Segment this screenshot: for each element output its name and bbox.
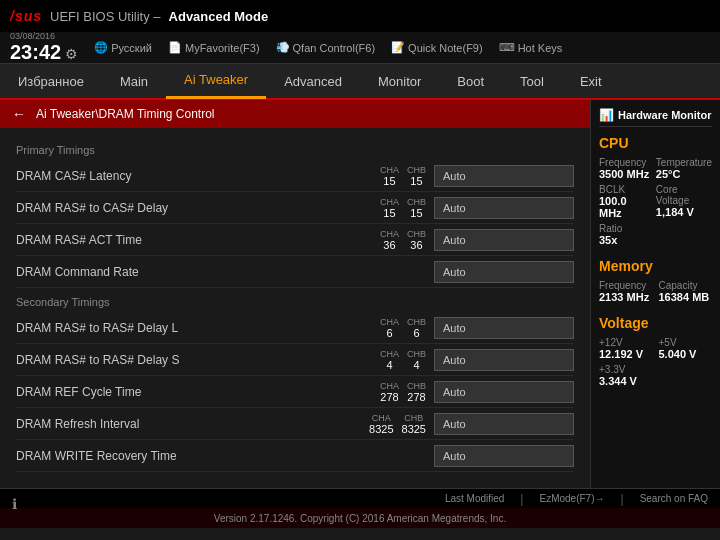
cpu-bclk-value: 100.0 MHz: [599, 195, 650, 219]
table-row: DRAM RAS# to RAS# Delay L CHA 6 CHB 6 Au…: [16, 312, 574, 344]
v5-label: +5V: [659, 337, 713, 348]
content-area: Primary Timings DRAM CAS# Latency CHA 15…: [0, 128, 590, 488]
hardware-monitor-panel: 📊 Hardware Monitor CPU Frequency 3500 MH…: [590, 100, 720, 488]
table-row: DRAM REF Cycle Time CHA 278 CHB 278 Auto: [16, 376, 574, 408]
channels-cas: CHA 15 CHB 15: [380, 165, 426, 187]
nav-boot[interactable]: Boot: [439, 63, 502, 99]
asus-logo: /sus: [10, 8, 42, 24]
monitor-icon: 📊: [599, 108, 614, 122]
table-row: DRAM RAS# to CAS# Delay CHA 15 CHB 15 Au…: [16, 192, 574, 224]
ras-ras-s-select[interactable]: Auto: [434, 349, 574, 371]
cpu-bclk-label: BCLK: [599, 184, 650, 195]
ras-act-select[interactable]: Auto: [434, 229, 574, 251]
title-mode: Advanced Mode: [169, 9, 269, 24]
settings-icon[interactable]: ⚙: [65, 47, 78, 62]
nav-monitor[interactable]: Monitor: [360, 63, 439, 99]
hotkeys-button[interactable]: ⌨ Hot Keys: [499, 41, 563, 54]
command-rate-select[interactable]: Auto: [434, 261, 574, 283]
refresh-interval-label: DRAM Refresh Interval: [16, 417, 369, 431]
ras-cas-select[interactable]: Auto: [434, 197, 574, 219]
command-rate-label: DRAM Command Rate: [16, 265, 225, 279]
cpu-section-title: CPU: [599, 135, 712, 151]
ras-ras-s-label: DRAM RAS# to RAS# Delay S: [16, 353, 380, 367]
table-row: DRAM Command Rate Auto: [16, 256, 574, 288]
mem-frequency-value: 2133 MHz: [599, 291, 653, 303]
ras-cas-label: DRAM RAS# to CAS# Delay: [16, 201, 380, 215]
main-area: ← Ai Tweaker\DRAM Timing Control Primary…: [0, 100, 720, 488]
last-modified-label: Last Modified: [445, 493, 504, 504]
breadcrumb: Ai Tweaker\DRAM Timing Control: [36, 107, 215, 121]
version-text: Version 2.17.1246. Copyright (C) 2016 Am…: [214, 513, 506, 524]
channels-ras-act: CHA 36 CHB 36: [380, 229, 426, 251]
cpu-core-voltage-value: 1,184 V: [656, 206, 712, 218]
cas-latency-select[interactable]: Auto: [434, 165, 574, 187]
fan-icon: 💨: [276, 41, 290, 54]
footer-bar: Last Modified | EzMode(F7)→ | Search on …: [0, 488, 720, 508]
nav-bar: Избранное Main Ai Tweaker Advanced Monit…: [0, 64, 720, 100]
keyboard-icon: ⌨: [499, 41, 515, 54]
header: /sus UEFI BIOS Utility – Advanced Mode: [0, 0, 720, 32]
cas-latency-label: DRAM CAS# Latency: [16, 169, 380, 183]
date-display: 03/08/2016: [10, 32, 78, 42]
cpu-stats: Frequency 3500 MHz Temperature 25°C BCLK…: [599, 157, 712, 246]
v12-label: +12V: [599, 337, 653, 348]
table-row: DRAM RAS# to RAS# Delay S CHA 4 CHB 4 Au…: [16, 344, 574, 376]
nav-tool[interactable]: Tool: [502, 63, 562, 99]
search-faq-button[interactable]: Search on FAQ: [640, 493, 708, 504]
mem-capacity-value: 16384 MB: [659, 291, 713, 303]
table-row: DRAM WRITE Recovery Time Auto: [16, 440, 574, 472]
datetime: 03/08/2016 23:42 ⚙: [10, 32, 78, 64]
nav-favorites[interactable]: Избранное: [0, 63, 102, 99]
hardware-monitor-title: Hardware Monitor: [618, 109, 712, 121]
time-display: 23:42: [10, 41, 61, 63]
cpu-core-voltage-label: Core Voltage: [656, 184, 712, 206]
v12-value: 12.192 V: [599, 348, 653, 360]
mem-frequency-label: Frequency: [599, 280, 653, 291]
ez-mode-button[interactable]: EzMode(F7)→: [539, 493, 604, 504]
nav-main[interactable]: Main: [102, 63, 166, 99]
myfavorite-button[interactable]: 📄 MyFavorite(F3): [168, 41, 260, 54]
nav-advanced[interactable]: Advanced: [266, 63, 360, 99]
secondary-timings-label: Secondary Timings: [16, 296, 574, 308]
ref-cycle-label: DRAM REF Cycle Time: [16, 385, 380, 399]
chb-group: CHB 15: [407, 165, 426, 187]
file-icon: 📄: [168, 41, 182, 54]
cpu-temperature-value: 25°C: [656, 168, 712, 180]
voltage-stats: +12V 12.192 V +5V 5.040 V +3.3V 3.344 V: [599, 337, 712, 387]
back-arrow-icon[interactable]: ←: [12, 106, 26, 122]
primary-timings-label: Primary Timings: [16, 144, 574, 156]
write-recovery-select[interactable]: Auto: [434, 445, 574, 467]
qfan-button[interactable]: 💨 Qfan Control(F6): [276, 41, 376, 54]
version-bar: Version 2.17.1246. Copyright (C) 2016 Am…: [0, 508, 720, 528]
v33-label: +3.3V: [599, 364, 653, 375]
v5-value: 5.040 V: [659, 348, 713, 360]
table-row: DRAM Refresh Interval CHA 8325 CHB 8325 …: [16, 408, 574, 440]
globe-icon: 🌐: [94, 41, 108, 54]
language-button[interactable]: 🌐 Русский: [94, 41, 152, 54]
memory-stats: Frequency 2133 MHz Capacity 16384 MB: [599, 280, 712, 303]
channels-ras-cas: CHA 15 CHB 15: [380, 197, 426, 219]
table-row: DRAM CAS# Latency CHA 15 CHB 15 Auto: [16, 160, 574, 192]
ras-act-label: DRAM RAS# ACT Time: [16, 233, 380, 247]
left-panel: ← Ai Tweaker\DRAM Timing Control Primary…: [0, 100, 590, 488]
quicknote-button[interactable]: 📝 Quick Note(F9): [391, 41, 483, 54]
ras-ras-l-label: DRAM RAS# to RAS# Delay L: [16, 321, 380, 335]
cpu-frequency-value: 3500 MHz: [599, 168, 650, 180]
title-prefix: UEFI BIOS Utility –: [50, 9, 161, 24]
memory-section-title: Memory: [599, 258, 712, 274]
nav-ai-tweaker[interactable]: Ai Tweaker: [166, 63, 266, 99]
toolbar: 03/08/2016 23:42 ⚙ 🌐 Русский 📄 MyFavorit…: [0, 32, 720, 64]
refresh-interval-select[interactable]: Auto: [434, 413, 574, 435]
mem-capacity-label: Capacity: [659, 280, 713, 291]
note-icon: 📝: [391, 41, 405, 54]
ref-cycle-select[interactable]: Auto: [434, 381, 574, 403]
nav-exit[interactable]: Exit: [562, 63, 620, 99]
breadcrumb-bar: ← Ai Tweaker\DRAM Timing Control: [0, 100, 590, 128]
write-recovery-label: DRAM WRITE Recovery Time: [16, 449, 225, 463]
voltage-section-title: Voltage: [599, 315, 712, 331]
v33-value: 3.344 V: [599, 375, 653, 387]
cpu-temperature-label: Temperature: [656, 157, 712, 168]
cpu-frequency-label: Frequency: [599, 157, 650, 168]
ras-ras-l-select[interactable]: Auto: [434, 317, 574, 339]
cha-group: CHA 15: [380, 165, 399, 187]
